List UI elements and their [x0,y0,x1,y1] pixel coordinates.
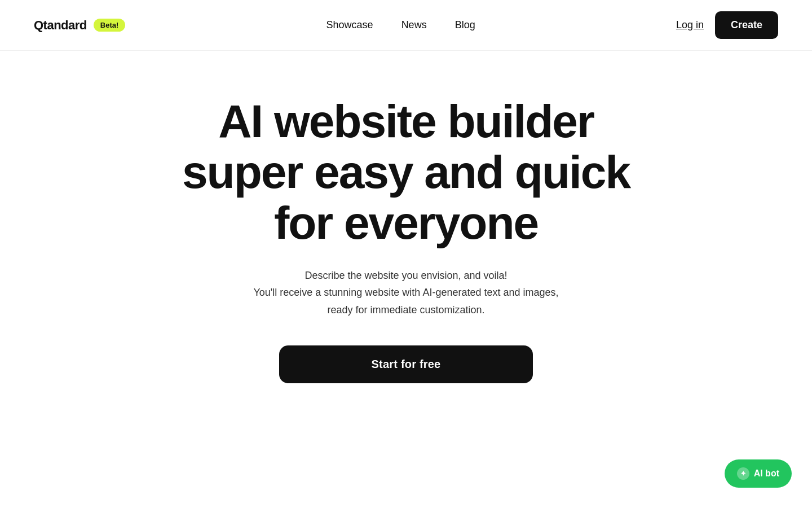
ai-bot-button[interactable]: ✦ AI bot [725,459,792,488]
hero-title-line1: AI website builder [218,95,594,147]
nav-link-blog[interactable]: Blog [455,19,475,31]
nav-link-news[interactable]: News [401,19,427,31]
beta-badge: Beta! [94,19,126,32]
ai-bot-icon: ✦ [737,467,749,480]
hero-title: AI website builder super easy and quick … [152,96,660,249]
hero-subtitle-line2: You'll receive a stunning website with A… [253,287,558,298]
navbar-left: Qtandard Beta! [34,18,125,33]
navbar-center: Showcase News Blog [326,19,475,31]
hero-subtitle-line3: ready for immediate customization. [327,304,484,316]
hero-subtitle: Describe the website you envision, and v… [253,267,558,319]
navbar: Qtandard Beta! Showcase News Blog Log in… [0,0,812,51]
hero-subtitle-line1: Describe the website you envision, and v… [304,270,507,281]
ai-bot-label: AI bot [754,468,779,479]
start-for-free-button[interactable]: Start for free [279,345,533,383]
login-link[interactable]: Log in [676,19,704,31]
hero-section: AI website builder super easy and quick … [0,51,812,417]
nav-link-showcase[interactable]: Showcase [326,19,373,31]
create-button[interactable]: Create [715,11,778,39]
logo: Qtandard [34,18,87,33]
navbar-right: Log in Create [676,11,778,39]
hero-title-line2: super easy and quick for everyone [182,146,630,248]
